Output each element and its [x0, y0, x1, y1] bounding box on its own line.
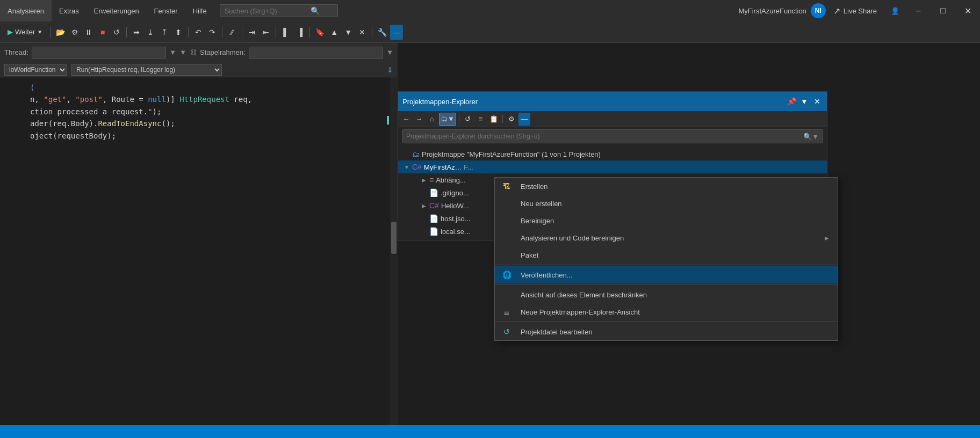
- search-input[interactable]: [225, 7, 311, 15]
- dep-label: Abhäng...: [436, 176, 466, 184]
- clean-icon: [500, 214, 513, 227]
- se-search[interactable]: 🔍▼: [402, 129, 823, 143]
- person-icon-button[interactable]: 👤: [884, 0, 906, 21]
- person-icon: 👤: [891, 7, 899, 15]
- toolbar-align-left-btn[interactable]: ▌: [279, 25, 292, 40]
- toolbar-stop-btn[interactable]: ■: [96, 25, 109, 40]
- expand-icon[interactable]: [402, 150, 411, 158]
- menu-hilfe[interactable]: Hilfe: [185, 0, 214, 21]
- menu-erweiterungen[interactable]: Erweiterungen: [87, 0, 147, 21]
- se-view-btn[interactable]: —: [518, 113, 530, 126]
- toolbar-separator-4: [222, 27, 222, 38]
- json-icon: 📄: [429, 214, 438, 223]
- toolbar-wrench-btn[interactable]: 🔧: [376, 25, 389, 40]
- toolbar-pause-btn[interactable]: ⏸: [82, 25, 95, 40]
- toolbar-nav-right-btn[interactable]: ➡: [130, 25, 143, 40]
- toolbar-undo-btn[interactable]: ↶: [192, 25, 205, 40]
- se-pin-icon[interactable]: 📌: [786, 96, 797, 107]
- minimize-button[interactable]: –: [906, 0, 931, 21]
- toolbar-separator-3: [188, 27, 189, 38]
- thread-input[interactable]: [32, 47, 167, 59]
- thread-filter2-icon: ▼: [179, 48, 186, 56]
- toolbar-bookmark-btn[interactable]: 🔖: [313, 25, 327, 40]
- ctx-separator-1: [495, 265, 838, 265]
- ctx-clean-item[interactable]: Bereinigen: [495, 212, 838, 229]
- folder-icon: 📂: [56, 28, 65, 36]
- close-button[interactable]: ✕: [955, 0, 980, 21]
- se-sync-btn[interactable]: 🗂▼: [439, 113, 456, 126]
- toolbar-indent-btn[interactable]: ⇥: [246, 25, 258, 40]
- toolbar-clear-bookmark-btn[interactable]: ✕: [356, 25, 369, 40]
- nav-class-select[interactable]: loWorldFunction: [4, 64, 67, 76]
- stapelrahmen-down-icon: ▼: [386, 48, 393, 56]
- menu-analysieren[interactable]: Analysieren: [0, 0, 52, 21]
- toolbar-separator-8: [372, 27, 372, 38]
- solution-icon: 🗂: [412, 150, 420, 158]
- expand-icon[interactable]: ▶: [420, 176, 428, 184]
- toolbar-step-in-btn[interactable]: ⤒: [158, 25, 171, 40]
- ctx-edit-proj-label: Projektdatei bearbeiten: [521, 328, 593, 336]
- se-back-btn[interactable]: ←: [400, 113, 412, 126]
- ctx-publish-item[interactable]: 🌐 Veröffentlichen...: [495, 266, 838, 283]
- stapelrahmen-input[interactable]: [249, 47, 384, 59]
- toolbar-step-over-btn[interactable]: ⤓: [144, 25, 157, 40]
- local-label: local.se...: [441, 228, 470, 236]
- ctx-build-item[interactable]: 🏗 Erstellen: [495, 178, 838, 195]
- ctx-edit-proj-item[interactable]: ↺ Projektdatei bearbeiten: [495, 323, 838, 340]
- tree-project-item[interactable]: ▼ C# MyFirstAz… F...: [398, 160, 827, 173]
- se-collapse-btn[interactable]: ≡: [475, 113, 487, 126]
- thread-chain-icon: ⛓: [190, 48, 197, 56]
- se-forward-btn[interactable]: →: [413, 113, 425, 126]
- restrict-view-icon: [500, 288, 513, 301]
- title-right: ↗ Live Share 👤 – □ ✕: [826, 0, 980, 21]
- toolbar-prev-bookmark-btn[interactable]: ▲: [328, 25, 341, 40]
- se-settings-btn[interactable]: ⚙: [506, 113, 517, 126]
- ctx-restrict-view-item[interactable]: Ansicht auf dieses Element beschränken: [495, 286, 838, 303]
- scroll-thumb[interactable]: [391, 222, 397, 254]
- se-close-icon[interactable]: ✕: [812, 96, 823, 107]
- json2-icon: 📄: [429, 227, 438, 236]
- expand-icon[interactable]: ▶: [420, 201, 428, 210]
- ctx-rebuild-item[interactable]: Neu erstellen: [495, 195, 838, 212]
- se-refresh-btn[interactable]: ↺: [462, 113, 474, 126]
- toolbar-comment-btn[interactable]: ∕∕: [226, 25, 239, 40]
- se-chevron-down-icon[interactable]: ▼: [799, 96, 810, 107]
- submenu-arrow-icon: ▶: [825, 235, 829, 241]
- search-bar[interactable]: 🔍: [220, 4, 338, 17]
- editor-content[interactable]: ( n, "get", "post", Route = null)] HttpR…: [0, 77, 398, 146]
- toolbar-step-out-btn[interactable]: ⬆: [172, 25, 185, 40]
- ctx-analyze-item[interactable]: Analysieren und Code bereinigen ▶: [495, 229, 838, 246]
- ctx-new-view-item[interactable]: ≣ Neue Projektmappen-Explorer-Ansicht: [495, 303, 838, 320]
- toolbar: ▶ Weiter ▼ 📂 ⚙ ⏸ ■ ↺ ➡ ⤓ ⤒ ⬆ ↶ ↷ ∕∕ ⇥ ⇤ …: [0, 21, 980, 43]
- ctx-paket-label: Paket: [521, 251, 538, 259]
- menu-extras[interactable]: Extras: [52, 0, 87, 21]
- editor-scrollbar[interactable]: [390, 77, 398, 438]
- toolbar-redo-btn[interactable]: ↷: [206, 25, 219, 40]
- ctx-paket-item[interactable]: Paket: [495, 246, 838, 264]
- project-label: MyFirstAz… F...: [424, 163, 473, 171]
- nav-method-select[interactable]: Run(HttpRequest req, ILogger log): [71, 64, 222, 76]
- live-share-button[interactable]: ↗ Live Share: [826, 0, 884, 21]
- toolbar-align-right-btn[interactable]: ▐: [293, 25, 306, 40]
- se-preview-btn[interactable]: 📋: [488, 113, 500, 126]
- search-icon: 🔍: [311, 6, 320, 15]
- toolbar-next-bookmark-btn[interactable]: ▼: [342, 25, 355, 40]
- tree-solution-item[interactable]: 🗂 Projektmappe "MyFirstAzureFunction" (1…: [398, 148, 827, 160]
- toolbar-settings-icon[interactable]: ⚙: [68, 25, 81, 40]
- toolbar-folder-icon[interactable]: 📂: [54, 25, 67, 40]
- expand-icon[interactable]: ▼: [402, 163, 411, 171]
- toolbar-outdent-btn[interactable]: ⇤: [260, 25, 272, 40]
- ctx-analyze-label: Analysieren und Code bereinigen: [521, 234, 624, 242]
- analyze-icon: [500, 231, 513, 244]
- toolbar-restart-btn[interactable]: ↺: [110, 25, 123, 40]
- weiter-button[interactable]: ▶ Weiter ▼: [3, 25, 47, 40]
- menu-fenster[interactable]: Fenster: [147, 0, 185, 21]
- host-label: host.jso...: [441, 215, 471, 223]
- se-search-input[interactable]: [406, 133, 803, 140]
- maximize-button[interactable]: □: [931, 0, 955, 21]
- publish-icon: 🌐: [500, 268, 513, 281]
- ctx-new-view-label: Neue Projektmappen-Explorer-Ansicht: [521, 308, 640, 316]
- toolbar-special-btn[interactable]: —: [390, 25, 403, 40]
- se-tb-sep-1: [459, 115, 459, 123]
- se-home-btn[interactable]: ⌂: [426, 113, 438, 126]
